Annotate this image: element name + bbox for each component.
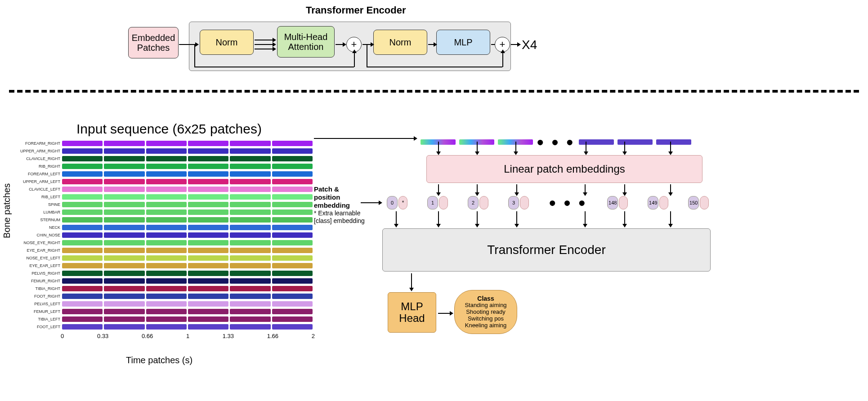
- bone-cells: [62, 164, 313, 169]
- bone-cell: [62, 271, 103, 276]
- bone-cell: [104, 194, 144, 200]
- arrow-icon: [670, 211, 671, 224]
- bone-cell: [146, 240, 187, 245]
- time-ticks: 00.330.6611.331.662: [61, 333, 315, 339]
- bone-cell: [272, 225, 313, 230]
- bone-cells: [62, 156, 313, 161]
- bone-cell: [188, 324, 228, 330]
- bone-cells: [62, 148, 313, 154]
- bone-cell: [230, 294, 270, 299]
- bone-cell: [230, 164, 270, 169]
- bone-cells: [62, 294, 313, 299]
- arrow-icon: [438, 313, 450, 314]
- bone-cell: [272, 187, 313, 192]
- bone-cell: [272, 324, 313, 330]
- bone-cells: [62, 187, 313, 192]
- bone-row: SPINE: [18, 200, 313, 208]
- bone-cell: [62, 187, 103, 192]
- bone-row: UPPER_ARM_RIGHT: [18, 147, 313, 155]
- arrow-icon: [367, 67, 502, 67]
- bone-cell: [62, 179, 103, 184]
- bone-cell: [146, 209, 187, 215]
- bone-cell: [146, 179, 187, 184]
- bone-cell: [104, 263, 144, 268]
- position-token: 1: [427, 196, 438, 209]
- bone-row: CLAVICLE_LEFT: [18, 185, 313, 193]
- bone-cell: [272, 309, 313, 314]
- norm-block-1: Norm: [200, 30, 254, 55]
- bone-label: TIBIA_LEFT: [18, 317, 62, 321]
- class-header: Class: [477, 295, 494, 302]
- arrow-icon: [411, 273, 412, 288]
- bone-cell: [230, 187, 270, 192]
- bone-cell: [188, 316, 228, 322]
- bone-cell: [272, 271, 313, 276]
- bone-cell: [230, 141, 270, 146]
- bone-cell: [188, 232, 228, 238]
- bone-cell: [188, 156, 228, 161]
- linear-patch-embeddings-block: Linear patch embeddings: [426, 155, 702, 183]
- bone-cell: [188, 148, 228, 154]
- bone-cell: [188, 271, 228, 276]
- section-divider: [9, 90, 859, 93]
- bone-cell: [146, 255, 187, 261]
- bone-cells: [62, 232, 313, 238]
- patch-strip: [579, 139, 614, 145]
- bone-cell: [272, 294, 313, 299]
- bone-cell: [104, 164, 144, 169]
- bone-row: RIB_LEFT: [18, 193, 313, 200]
- bone-cell: [146, 148, 187, 154]
- bone-row: UPPER_ARM_LEFT: [18, 178, 313, 185]
- bone-cell: [104, 141, 144, 146]
- bone-cell: [146, 171, 187, 177]
- bone-cell: [104, 316, 144, 322]
- bone-cell: [230, 179, 270, 184]
- patch-strip: [656, 139, 691, 145]
- bone-cell: [146, 324, 187, 330]
- arrow-icon: [255, 44, 273, 45]
- bone-cells: [62, 263, 313, 268]
- bone-label: FOREARM_RIGHT: [18, 141, 62, 146]
- bone-cells: [62, 171, 313, 177]
- bone-cell: [146, 232, 187, 238]
- arrow-icon: [670, 142, 671, 151]
- arrow-icon: [491, 44, 495, 45]
- token-pair: 1: [427, 196, 448, 209]
- bone-cell: [230, 240, 270, 245]
- arrow-icon: [194, 44, 195, 67]
- bone-label: STERNUM: [18, 218, 62, 222]
- bone-cell: [146, 141, 187, 146]
- bone-cell: [230, 301, 270, 307]
- bone-label: UPPER_ARM_LEFT: [18, 179, 62, 184]
- bone-cell: [62, 156, 103, 161]
- bone-cell: [188, 202, 228, 207]
- bone-cell: [146, 248, 187, 253]
- position-token: 150: [688, 196, 699, 209]
- arrow-icon: [516, 211, 517, 224]
- bone-cell: [230, 286, 270, 291]
- arrow-icon: [179, 44, 195, 45]
- mlp-head-block: MLP Head: [388, 292, 436, 333]
- time-tick: 1.66: [267, 333, 278, 339]
- arrow-icon: [586, 142, 586, 151]
- bone-cell: [146, 309, 187, 314]
- bone-label: UPPER_ARM_RIGHT: [18, 149, 62, 153]
- bone-cell: [146, 217, 187, 223]
- multi-head-attention-block: Multi-Head Attention: [277, 26, 335, 58]
- bone-cell: [188, 286, 228, 291]
- bone-cell: [230, 263, 270, 268]
- bone-cell: [104, 286, 144, 291]
- bone-cells: [62, 225, 313, 230]
- bone-label: NECK: [18, 225, 62, 230]
- position-token: 149: [648, 196, 658, 209]
- arrow-icon: [516, 184, 517, 192]
- token-pair: 148: [607, 196, 628, 209]
- bone-cell: [104, 202, 144, 207]
- bone-row: EYE_EAR_LEFT: [18, 262, 313, 269]
- bone-row: NOSE_EYE_RIGHT: [18, 239, 313, 246]
- bone-cell: [62, 248, 103, 253]
- token-pair: 2: [468, 196, 488, 209]
- repeat-count: X4: [522, 38, 537, 52]
- encoder-title: Transformer Encoder: [306, 4, 406, 16]
- bone-cell: [104, 148, 144, 154]
